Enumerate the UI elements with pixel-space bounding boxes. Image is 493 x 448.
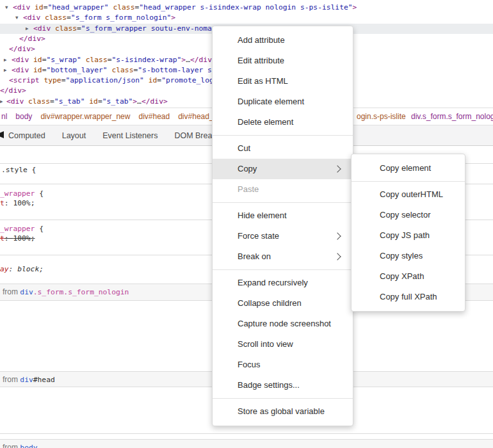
text-segment: div#wrapper.wrapper_new [40, 112, 130, 121]
text-segment: "bottom_layer" [46, 66, 107, 74]
breadcrumb-item[interactable]: ogin.s-ps-islite [357, 108, 406, 125]
context-menu-item-add-attribute[interactable]: Add attribute [213, 30, 353, 51]
breadcrumb-item[interactable]: div#wrapper.wrapper_new [40, 112, 130, 121]
text-segment[interactable]: body [20, 444, 37, 448]
text-segment [81, 56, 86, 64]
context-menu-item-capture-node-screenshot[interactable]: Capture node screenshot [213, 314, 353, 334]
tab-computed[interactable]: Computed [0, 131, 54, 140]
text-segment: "s_wrap" [46, 56, 81, 64]
text-segment: <div [23, 13, 45, 22]
code-text: </div> [19, 34, 45, 44]
dom-tree-node[interactable]: ▼<div class="s_form s_form_nologin"> [0, 13, 493, 23]
context-menu-item-collapse-children[interactable]: Collapse children [213, 293, 353, 314]
text-segment: 100%; [13, 199, 35, 207]
css-rule-line[interactable]: _wrapper { [0, 189, 44, 198]
copy-submenu-item-copy-full-xpath[interactable]: Copy full XPath [352, 287, 465, 307]
context-menu-item-break-on[interactable]: Break on [213, 246, 353, 267]
expand-arrow-icon[interactable]: ▶ [0, 97, 3, 107]
menu-item-label: Expand recursively [238, 278, 308, 287]
copy-submenu-item-copy-outerhtml[interactable]: Copy outerHTML [352, 184, 465, 205]
context-menu-item-badge-settings[interactable]: Badge settings... [213, 375, 353, 396]
text-segment: = [77, 24, 81, 33]
css-rule-line[interactable]: .style { [1, 165, 36, 175]
text-segment: ogin.s-ps-islite [357, 112, 406, 121]
menu-item-label: Edit as HTML [238, 76, 288, 86]
breadcrumb-item[interactable]: div#head [138, 112, 170, 121]
breadcrumb-item[interactable]: body [15, 112, 32, 121]
text-segment: "s-isindex-wrap" [112, 56, 182, 64]
css-rule-line[interactable]: t: 100%; [0, 198, 35, 208]
context-menu-item-copy[interactable]: Copy [213, 159, 353, 179]
menu-item-label: Copy XPath [380, 271, 424, 281]
menu-item-label: Copy JS path [380, 230, 430, 240]
tab-layout[interactable]: Layout [54, 131, 95, 140]
text-segment: _wrapper [0, 225, 35, 233]
menu-separator [213, 135, 353, 136]
expand-arrow-icon[interactable]: ▶ [26, 24, 29, 34]
text-segment [144, 76, 149, 84]
text-segment[interactable]: #head [33, 376, 55, 384]
css-rule-line[interactable]: _wrapper { [0, 224, 44, 234]
menu-item-label: Copy selector [380, 210, 430, 220]
devtools-window: ▼<div id="head_wrapper" class="head_wrap… [0, 0, 493, 448]
code-text: </div> [0, 86, 26, 96]
menu-item-label: Capture node screenshot [238, 319, 331, 328]
copy-submenu-item-copy-selector[interactable]: Copy selector [352, 205, 465, 225]
menu-separator [213, 269, 353, 270]
dom-tree-node[interactable]: ▼<div id="head_wrapper" class="head_wrap… [0, 3, 493, 13]
text-segment: "s_form_wrapper soutu-env-nomac [81, 24, 221, 33]
text-segment[interactable]: div [20, 376, 33, 384]
section-divider [0, 433, 493, 434]
text-segment: "s_tab" [54, 97, 85, 106]
context-menu-item-hide-element[interactable]: Hide element [213, 205, 353, 226]
text-segment: from [3, 443, 20, 448]
context-menu-item-scroll-into-view[interactable]: Scroll into view [213, 334, 353, 355]
menu-item-label: Force state [238, 231, 279, 241]
text-segment: = [98, 97, 102, 106]
context-menu-item-delete-element[interactable]: Delete element [213, 112, 353, 132]
text-segment: div#head [138, 112, 170, 121]
context-menu-item-store-as-global-variable[interactable]: Store as global variable [213, 401, 353, 422]
collapse-arrow-icon[interactable]: ▼ [15, 13, 19, 23]
text-segment[interactable]: .s_form.s_form_nologin [33, 288, 129, 296]
breadcrumb-item[interactable]: nl [1, 112, 7, 121]
menu-item-label: Store as global variable [238, 406, 325, 416]
context-menu-item-edit-as-html[interactable]: Edit as HTML [213, 71, 353, 92]
context-menu-item-force-state[interactable]: Force state [213, 226, 353, 246]
menu-item-label: Hide element [238, 211, 287, 220]
css-rule-line[interactable]: ay: block; [0, 264, 44, 274]
css-rule-line[interactable]: t: 100%; [0, 234, 35, 243]
text-segment: "s_form s_form_nologin" [71, 13, 171, 22]
submenu-chevron-icon [334, 232, 341, 239]
text-segment[interactable]: div [20, 288, 33, 296]
collapse-arrow-icon[interactable]: ▼ [5, 3, 8, 13]
expand-arrow-icon[interactable]: ▶ [4, 55, 7, 65]
copy-submenu-item-copy-element[interactable]: Copy element [352, 158, 465, 179]
context-menu-item-edit-attribute[interactable]: Edit attribute [213, 51, 353, 71]
copy-submenu-item-copy-xpath[interactable]: Copy XPath [352, 266, 465, 287]
expand-arrow-icon[interactable]: ▶ [4, 65, 7, 76]
context-menu-item-cut[interactable]: Cut [213, 138, 353, 159]
menu-item-label: Delete element [238, 117, 293, 127]
menu-item-label: Break on [238, 252, 271, 261]
context-menu-item-duplicate-element[interactable]: Duplicate element [213, 92, 353, 112]
text-segment: = [50, 97, 54, 106]
menu-separator [213, 202, 353, 203]
breadcrumb-item[interactable]: div.s_form.s_form_nologin [411, 108, 493, 125]
submenu-chevron-icon [334, 165, 341, 172]
context-menu-item-expand-recursively[interactable]: Expand recursively [213, 273, 353, 293]
code-text: <div class="s_tab" id="s_tab">…</div> [6, 97, 168, 107]
tab-event-listeners[interactable]: Event Listeners [94, 131, 166, 140]
menu-item-label: Paste [238, 184, 259, 194]
menu-item-label: Copy [238, 164, 257, 173]
text-segment: from [3, 287, 20, 296]
text-segment: "s_tab" [102, 97, 133, 106]
copy-submenu-item-copy-styles[interactable]: Copy styles [352, 246, 465, 266]
text-segment: ay [0, 265, 9, 273]
text-segment: class [113, 3, 134, 12]
text-segment: { [35, 225, 44, 233]
copy-submenu-item-copy-js-path[interactable]: Copy JS path [352, 225, 465, 246]
context-menu-item-focus[interactable]: Focus [213, 355, 353, 375]
text-segment: "head_wrapper" [47, 3, 108, 12]
menu-item-label: Duplicate element [238, 97, 304, 106]
